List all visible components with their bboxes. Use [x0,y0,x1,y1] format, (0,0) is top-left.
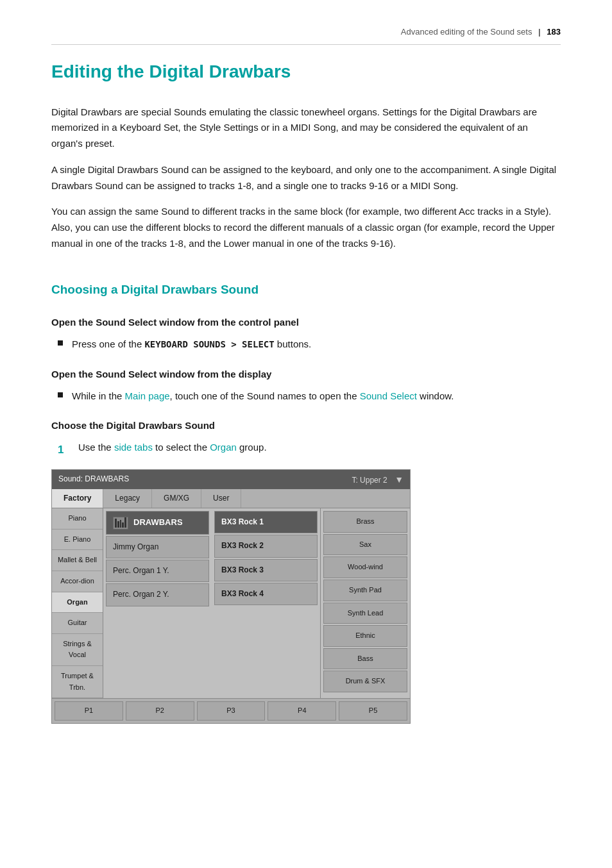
bullet-item-1: Press one of the KEYBOARD SOUNDS > SELEC… [58,337,561,353]
sound-window-title-right: T: Upper 2 ▼ [352,472,404,487]
section-title: Choosing a Digital Drawbars Sound [51,280,561,299]
dropdown-arrow-icon[interactable]: ▼ [395,474,404,485]
bx3-item-2[interactable]: BX3 Rock 3 [214,559,318,581]
bullet2-highlight2: Sound Select [360,390,417,401]
center-panel: DRAWBARS Jimmy Organ Perc. Organ 1 Y. Pe… [103,508,212,698]
paragraph-3: You can assign the same Sound to differe… [51,204,561,251]
tab-user[interactable]: User [201,489,241,508]
center-item-0: DRAWBARS [133,516,183,530]
bullet-text-1: Press one of the KEYBOARD SOUNDS > SELEC… [72,337,311,353]
tab-factory[interactable]: Factory [52,489,103,508]
tab-gmxg[interactable]: GM/XG [152,489,201,508]
right-item-woodwind[interactable]: Wood-wind [323,556,407,578]
header-separator: | [538,27,541,37]
page-btn-4[interactable]: P4 [268,701,336,721]
bx3-item-0[interactable]: BX3 Rock 1 [214,511,318,533]
side-tab-guitar[interactable]: Guitar [52,613,103,634]
bx3-items: BX3 Rock 1 BX3 Rock 2 BX3 Rock 3 BX3 Roc… [212,508,320,698]
bullet2-suffix: window. [417,390,454,401]
side-tab-piano[interactable]: Piano [52,508,103,530]
header-text: Advanced editing of the Sound sets [401,27,532,37]
side-tab-strings[interactable]: Strings & Vocal [52,634,103,666]
drawbars-icon [113,517,128,530]
subheading-1: Open the Sound Select window from the co… [51,315,561,330]
sound-item-drawbars[interactable]: DRAWBARS [106,511,209,535]
subheading-2: Open the Sound Select window from the di… [51,367,561,382]
right-item-brass[interactable]: Brass [323,511,407,533]
page-btn-3[interactable]: P3 [197,701,266,721]
sound-main-area: Piano E. Piano Mallet & Bell Accor-dion … [52,508,410,698]
step1-suffix: group. [237,442,267,453]
side-tab-mallet[interactable]: Mallet & Bell [52,550,103,571]
page-btn-5[interactable]: P5 [339,701,407,721]
bullet-icon-1 [58,340,63,346]
paragraph-2: A single Digital Drawbars Sound can be a… [51,162,561,194]
right-item-ethnic[interactable]: Ethnic [323,625,407,647]
page-title: Editing the Digital Drawbars [51,58,561,87]
bullet2-prefix: While in the [72,390,125,401]
page-number: 183 [547,27,561,37]
bullet1-prefix: Press one of the [72,338,144,349]
bullet2-highlight1: Main page [125,390,170,401]
right-item-bass[interactable]: Bass [323,648,407,670]
bottom-row: P1 P2 P3 P4 P5 [52,698,410,723]
step-text-1: Use the side tabs to select the Organ gr… [78,440,267,456]
tabs-row: Factory Legacy GM/XG User [52,489,410,508]
step1-middle: to select the [153,442,210,453]
step-number-1: 1 [58,441,69,458]
bx3-item-3[interactable]: BX3 Rock 4 [214,583,318,605]
bullet1-caps: KEYBOARD SOUNDS > SELECT [144,339,274,349]
center-item-1: Jimmy Organ [113,541,158,553]
right-panel: Brass Sax Wood-wind Synth Pad Synth Lead… [320,508,410,698]
side-tab-epiano[interactable]: E. Piano [52,530,103,551]
right-item-synthlead[interactable]: Synth Lead [323,603,407,624]
sound-select-window: Sound: DRAWBARS T: Upper 2 ▼ Factory Leg… [51,469,411,724]
side-tabs: Piano E. Piano Mallet & Bell Accor-dion … [52,508,103,698]
center-item-2: Perc. Organ 1 Y. [113,565,169,577]
step-item-1: 1 Use the side tabs to select the Organ … [58,440,561,458]
header: Advanced editing of the Sound sets | 183 [51,26,561,45]
step1-highlight1: side tabs [114,442,153,453]
sound-window-titlebar: Sound: DRAWBARS T: Upper 2 ▼ [52,470,410,489]
page: Advanced editing of the Sound sets | 183… [0,0,612,762]
bullet-icon-2 [58,392,63,397]
subheading-3: Choose the Digital Drawbars Sound [51,418,561,433]
side-tab-organ[interactable]: Organ [52,592,103,613]
center-item-3: Perc. Organ 2 Y. [113,588,169,601]
sound-window-title-left: Sound: DRAWBARS [58,473,129,485]
side-tab-trumpet[interactable]: Trumpet & Trbn. [52,666,103,698]
paragraph-1: Digital Drawbars are special Sounds emul… [51,104,561,152]
right-item-sax[interactable]: Sax [323,534,407,556]
sound-item-perc2[interactable]: Perc. Organ 2 Y. [106,583,209,606]
bullet-text-2: While in the Main page, touch one of the… [72,388,454,405]
bullet-item-2: While in the Main page, touch one of the… [58,388,561,405]
right-item-drum[interactable]: Drum & SFX [323,671,407,692]
step1-highlight2: Organ [210,442,237,453]
right-item-synthpad[interactable]: Synth Pad [323,580,407,601]
sound-item-jimmy[interactable]: Jimmy Organ [106,536,209,558]
bullet2-middle: , touch one of the Sound names to open t… [170,390,360,401]
sound-item-perc1[interactable]: Perc. Organ 1 Y. [106,560,209,582]
page-btn-1[interactable]: P1 [55,701,123,721]
step1-prefix: Use the [78,442,114,453]
side-tab-accordion[interactable]: Accor-dion [52,571,103,592]
middle-columns: DRAWBARS Jimmy Organ Perc. Organ 1 Y. Pe… [103,508,320,698]
bullet1-suffix: buttons. [275,338,312,349]
page-btn-2[interactable]: P2 [126,701,194,721]
bx3-item-1[interactable]: BX3 Rock 2 [214,535,318,557]
tab-legacy[interactable]: Legacy [103,489,152,508]
